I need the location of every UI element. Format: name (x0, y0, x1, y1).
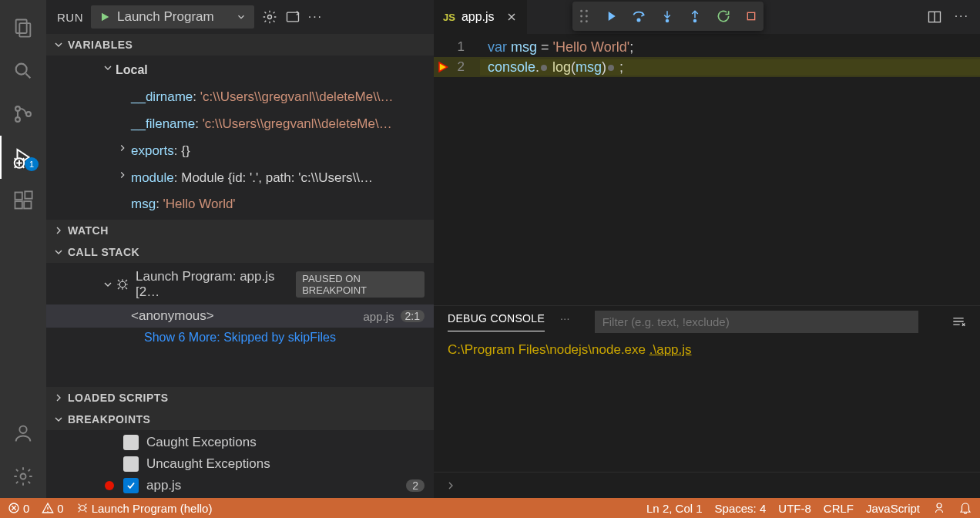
restart-button[interactable] (716, 8, 731, 24)
feedback-icon[interactable] (932, 501, 946, 515)
svg-point-24 (666, 20, 669, 22)
editor-area: JS app.js ··· 1 var msg = 'Hello World'; (434, 0, 980, 498)
explorer-icon[interactable] (0, 6, 46, 49)
step-over-button[interactable] (631, 8, 646, 24)
status-launch[interactable]: Launch Program (hello) (76, 502, 213, 515)
gear-icon[interactable] (262, 9, 277, 25)
svg-point-11 (19, 426, 26, 433)
console-arg[interactable]: .\app.js (649, 342, 692, 357)
extensions-icon[interactable] (0, 179, 46, 222)
var-dirname[interactable]: __dirname: 'c:\\Users\\gregvanl\\deleteM… (46, 84, 434, 111)
status-warnings[interactable]: 0 (42, 502, 63, 515)
run-title: RUN (57, 11, 83, 24)
tab-app-js[interactable]: JS app.js (434, 0, 528, 34)
grip-icon[interactable] (579, 9, 589, 23)
run-debug-icon[interactable]: 1 (0, 136, 46, 179)
chevron-down-icon (52, 246, 65, 258)
status-bar: 0 0 Launch Program (hello) Ln 2, Col 1 S… (0, 498, 980, 518)
launch-config-select[interactable]: Launch Program (91, 5, 254, 29)
bp-file[interactable]: app.js 2 (46, 475, 434, 496)
stack-frame[interactable]: <anonymous> app.js 2:1 (46, 304, 434, 328)
svg-point-28 (79, 506, 85, 511)
svg-rect-0 (16, 20, 27, 34)
debug-console-panel: DEBUG CONSOLE ··· C:\Program Files\nodej… (434, 305, 980, 498)
status-errors[interactable]: 0 (8, 502, 29, 515)
code-line-2[interactable]: 2 console. log(msg) ; (434, 57, 980, 77)
svg-point-5 (26, 112, 31, 116)
status-language[interactable]: JavaScript (866, 502, 920, 515)
var-msg[interactable]: msg: 'Hello World' (46, 191, 434, 218)
chevron-right-icon (52, 224, 65, 237)
svg-rect-26 (747, 12, 754, 19)
frame-name: <anonymous> (131, 308, 214, 324)
source-control-icon[interactable] (0, 92, 46, 136)
checkbox-unchecked[interactable] (123, 435, 139, 450)
var-exports[interactable]: exports: {} (46, 138, 434, 165)
checkbox-checked[interactable] (123, 478, 139, 493)
chevron-down-icon (52, 39, 65, 51)
show-more-frames[interactable]: Show 6 More: Skipped by skipFiles (46, 328, 434, 348)
clear-console-icon[interactable] (951, 314, 966, 329)
status-spaces[interactable]: Spaces: 4 (715, 502, 767, 515)
more-icon[interactable]: ··· (308, 10, 323, 24)
status-encoding[interactable]: UTF-8 (778, 502, 811, 515)
more-actions-icon[interactable]: ··· (955, 9, 969, 25)
scope-local[interactable]: Local (46, 57, 434, 84)
callstack-thread[interactable]: Launch Program: app.js [2… PAUSED ON BRE… (46, 264, 434, 304)
bp-caught[interactable]: Caught Exceptions (46, 432, 434, 453)
step-out-button[interactable] (688, 9, 702, 23)
loaded-scripts-section[interactable]: LOADED SCRIPTS (46, 387, 434, 409)
tab-filename: app.js (461, 10, 495, 24)
debug-console-icon[interactable] (285, 9, 300, 25)
svg-rect-14 (287, 12, 298, 22)
callstack-label: CALL STACK (68, 246, 139, 258)
close-tab-icon[interactable] (505, 11, 518, 23)
start-debug-icon[interactable] (99, 11, 111, 23)
checkbox-unchecked[interactable] (123, 456, 139, 472)
debug-toolbar[interactable] (572, 2, 764, 31)
console-repl-input[interactable] (434, 472, 980, 498)
var-module[interactable]: module: Module {id: '.', path: 'c:\\User… (46, 165, 434, 192)
stop-button[interactable] (745, 10, 757, 22)
filter-input[interactable] (595, 311, 918, 333)
settings-gear-icon[interactable] (0, 455, 46, 498)
search-icon[interactable] (0, 49, 46, 92)
chevron-right-icon (117, 170, 128, 180)
status-cursor[interactable]: Ln 2, Col 1 (646, 502, 703, 515)
breakpoints-section[interactable]: BREAKPOINTS (46, 409, 434, 430)
chevron-down-icon (52, 413, 65, 426)
console-output[interactable]: C:\Program Files\nodejs\node.exe .\app.j… (434, 337, 980, 472)
watch-section[interactable]: WATCH (46, 220, 434, 241)
paused-badge: PAUSED ON BREAKPOINT (296, 271, 425, 298)
line-number: 1 (458, 39, 465, 54)
accounts-icon[interactable] (0, 412, 46, 455)
inline-hint-icon (541, 65, 547, 71)
config-name: Launch Program (117, 9, 214, 25)
svg-rect-7 (15, 193, 22, 200)
filter-input-wrap (595, 311, 918, 333)
variables-section[interactable]: VARIABLES (46, 34, 434, 56)
svg-point-19 (580, 15, 582, 18)
step-into-button[interactable] (660, 9, 674, 23)
split-editor-icon[interactable] (927, 9, 942, 25)
code-line-1[interactable]: 1 var msg = 'Hello World'; (434, 37, 980, 57)
panel-more-icon[interactable]: ··· (560, 312, 570, 331)
svg-rect-8 (15, 201, 22, 208)
svg-point-25 (694, 20, 696, 22)
continue-button[interactable] (603, 9, 617, 23)
line-number: 2 (458, 59, 465, 74)
bp-uncaught[interactable]: Uncaught Exceptions (46, 453, 434, 475)
tab-debug-console[interactable]: DEBUG CONSOLE (448, 312, 545, 331)
breakpoints-body: Caught Exceptions Uncaught Exceptions ap… (46, 430, 434, 498)
chevron-down-icon (236, 12, 247, 22)
bell-icon[interactable] (958, 501, 972, 515)
svg-point-29 (937, 503, 941, 508)
debug-badge: 1 (25, 157, 39, 171)
var-filename[interactable]: __filename: 'c:\\Users\\gregvanl\\delete… (46, 111, 434, 138)
code-editor[interactable]: 1 var msg = 'Hello World'; 2 console. lo… (434, 34, 980, 77)
svg-point-4 (15, 117, 20, 122)
js-file-icon: JS (443, 12, 455, 23)
svg-point-20 (586, 15, 588, 18)
status-eol[interactable]: CRLF (824, 502, 854, 515)
callstack-section[interactable]: CALL STACK (46, 241, 434, 263)
